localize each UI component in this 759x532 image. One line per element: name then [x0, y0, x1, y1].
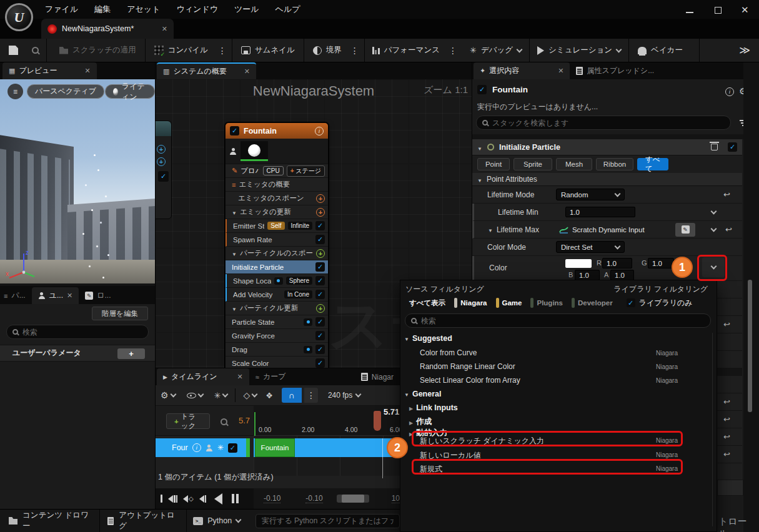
lifetime-min-chevron-icon[interactable]	[711, 208, 717, 214]
system-node-enabled-checkbox[interactable]	[158, 171, 169, 182]
dropdown-search[interactable]	[405, 313, 711, 328]
tab-curves[interactable]: ≈ カーブ	[249, 368, 292, 385]
node-row-particle-state[interactable]: Particle State	[226, 315, 328, 329]
track-search-icon[interactable]	[221, 418, 227, 425]
collapse-icon[interactable]	[477, 142, 482, 153]
tab-system-overview[interactable]: ▥ システムの概要	[157, 62, 256, 79]
to-front-button[interactable]	[161, 495, 162, 503]
add-stage-button[interactable]: + ステージ	[287, 165, 325, 177]
emitter-thumbnail[interactable]	[241, 141, 268, 161]
show-all-filter[interactable]: すべて表示	[409, 298, 445, 308]
perspective-button[interactable]: パースペクティブ	[27, 84, 104, 99]
menu-help[interactable]: ヘルプ	[275, 4, 300, 15]
performance-button[interactable]: パフォーマンス	[365, 45, 444, 56]
filter-ribbon-button[interactable]: Ribbon	[596, 158, 633, 170]
reset-icon[interactable]	[723, 450, 730, 459]
reset-icon[interactable]	[723, 397, 730, 406]
filter-mesh-button[interactable]: Mesh	[556, 158, 592, 170]
add-particle-update-module-icon[interactable]	[316, 304, 325, 313]
auto-key-icon[interactable]: ❖	[265, 391, 273, 400]
particle-state-checkbox[interactable]	[315, 317, 325, 327]
snap-options-icon[interactable]	[304, 388, 318, 403]
filter-chip-game[interactable]: Game	[496, 298, 522, 308]
collapse-icon[interactable]	[232, 209, 237, 216]
shape-location-checkbox[interactable]	[315, 276, 325, 285]
baker-button[interactable]: ベイカー	[629, 45, 692, 56]
list-item-select-linear-color-from-array[interactable]: Select Linear Color from Array	[420, 376, 520, 385]
selection-fountain-checkbox[interactable]	[477, 85, 487, 94]
browse-button[interactable]	[24, 47, 46, 54]
reset-icon[interactable]	[723, 432, 730, 441]
track-lane[interactable]: Fountain	[254, 438, 400, 457]
filter-sprite-button[interactable]: Sprite	[513, 158, 552, 170]
system-node-add-icon[interactable]	[157, 145, 166, 154]
node-row-emitter-state[interactable]: Emitter State Self Infinite	[226, 219, 328, 233]
add-particle-spawn-module-icon[interactable]	[316, 249, 325, 258]
collapse-icon[interactable]	[232, 305, 237, 312]
tab-niagara-log[interactable]: Niagar	[355, 368, 400, 385]
group-general[interactable]: General	[404, 390, 441, 398]
python-command-bar[interactable]	[255, 514, 400, 528]
menu-window[interactable]: ウィンドウ	[176, 4, 218, 15]
node-row-emitter-spawn[interactable]: エミッタのスポーン	[226, 192, 328, 205]
simulation-button[interactable]: シミュレーション	[530, 45, 628, 56]
tab-parameters[interactable]: ≡ パ...	[0, 287, 32, 304]
snap-button[interactable]: ∩	[282, 388, 302, 403]
point-attributes-header[interactable]: Point Attributes	[472, 173, 742, 186]
preview-tab-close-icon[interactable]	[85, 67, 91, 75]
compile-options-icon[interactable]	[213, 46, 232, 56]
python-button[interactable]: >_ Python	[187, 510, 247, 532]
node-row-particle-spawn[interactable]: パーティクルのスポーン	[226, 247, 328, 260]
playhead-marker[interactable]	[374, 411, 381, 431]
node-row-gravity-force[interactable]: Gravity Force	[226, 329, 328, 343]
node-row-spawn-rate[interactable]: Spawn Rate	[226, 233, 328, 247]
timeline-ruler[interactable]: 0.00 2.00 4.00 6.00 5.71	[254, 406, 400, 436]
tab-timeline[interactable]: ▶ タイムライン	[157, 368, 249, 385]
node-row-particle-update[interactable]: パーティクル更新	[226, 302, 328, 315]
filter-chip-niagara[interactable]: Niagara	[454, 298, 487, 308]
range-end-value[interactable]: 10	[392, 494, 400, 503]
node-row-shape-location[interactable]: Shape Location Sphere	[226, 274, 328, 288]
color-a-input[interactable]: 1.0	[610, 270, 634, 280]
parameters-search-input[interactable]	[22, 328, 142, 337]
system-node-add-icon-2[interactable]	[157, 157, 166, 166]
node-row-properties[interactable]: ✎ プロパティ CPU + ステージ	[226, 164, 328, 178]
drag-checkbox[interactable]	[315, 345, 325, 354]
module-enabled-checkbox[interactable]	[728, 142, 737, 152]
overview-tab-close-icon[interactable]	[244, 67, 250, 76]
node-row-initialize-particle[interactable]: Initialize Particle	[226, 260, 328, 274]
library-only-toggle[interactable]: ライブラリのみ	[627, 298, 693, 308]
performance-options-icon[interactable]	[444, 46, 462, 56]
library-only-checkbox[interactable]	[627, 298, 635, 307]
menu-asset[interactable]: アセット	[127, 4, 160, 15]
initialize-particle-checkbox[interactable]	[315, 262, 325, 272]
node-row-emitter-summary[interactable]: ≡ エミッタの概要	[226, 178, 328, 192]
play-reverse-button[interactable]	[214, 493, 222, 505]
tab-scratch-pad[interactable]: ロ...	[79, 287, 117, 304]
python-command-input[interactable]	[262, 516, 394, 525]
minimize-button[interactable]	[686, 12, 693, 13]
add-track-button[interactable]: +トラック	[166, 413, 210, 429]
keyframe-icon[interactable]: ◇	[243, 390, 250, 400]
collapse-icon[interactable]	[477, 174, 482, 185]
filter-chip-developer[interactable]: Developer	[572, 298, 613, 308]
track-row-four[interactable]: Four ✳	[156, 438, 246, 457]
color-swatch[interactable]	[565, 259, 592, 268]
maximize-button[interactable]	[715, 7, 722, 14]
lifetime-max-chevron-icon[interactable]	[711, 225, 717, 232]
add-emitter-update-module-icon[interactable]	[316, 208, 325, 217]
output-log-button[interactable]: アウトプットログ	[100, 510, 186, 532]
gravity-force-checkbox[interactable]	[315, 331, 325, 340]
timeline-tab-close-icon[interactable]	[237, 373, 243, 381]
subgroup-link-inputs[interactable]: Link Inputs	[409, 403, 458, 412]
view-options-icon[interactable]	[187, 393, 196, 398]
system-node-partial[interactable]	[156, 121, 172, 219]
reset-lifetime-mode-icon[interactable]	[723, 190, 730, 199]
color-r-input[interactable]: 1.0	[602, 258, 632, 268]
thumbnail-button[interactable]: サムネイル	[232, 45, 304, 56]
document-tab[interactable]: NewNiagaraSystem*	[41, 19, 174, 39]
track-enabled-checkbox[interactable]	[228, 443, 237, 453]
save-button[interactable]	[0, 46, 24, 55]
close-button[interactable]	[741, 4, 749, 16]
list-item-random-range-linear-color[interactable]: Random Range Linear Color	[420, 362, 515, 371]
